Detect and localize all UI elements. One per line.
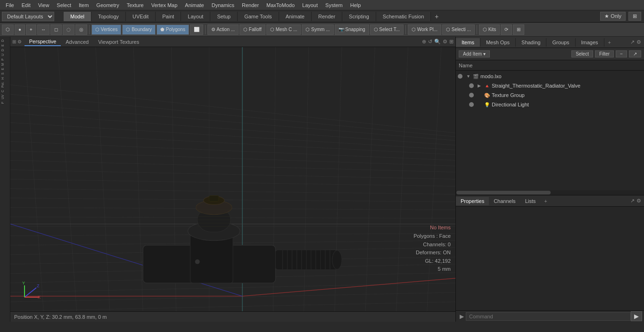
menu-file[interactable]: File bbox=[2, 1, 18, 9]
props-config-btn[interactable]: ⚙ bbox=[636, 198, 641, 204]
vis-dot-modo[interactable] bbox=[458, 74, 462, 79]
layout-star-only[interactable]: ★ Only bbox=[600, 12, 626, 21]
layout-tab-topology[interactable]: Topology bbox=[91, 12, 126, 21]
props-expand-btn[interactable]: ↗ bbox=[630, 198, 635, 204]
tool-transform[interactable]: ↔ bbox=[37, 24, 50, 35]
tool-polygons[interactable]: ⬟ Polygons bbox=[157, 24, 189, 35]
tool-select-ring[interactable]: ◎ bbox=[75, 24, 87, 35]
menu-render[interactable]: Render bbox=[238, 1, 263, 9]
menu-geometry[interactable]: Geometry bbox=[92, 1, 123, 9]
tree-item-texture[interactable]: 🎨 Texture Group bbox=[456, 90, 644, 100]
sidebar-btn-d2[interactable]: D bbox=[1, 48, 9, 52]
layout-tab-animate[interactable]: Animate bbox=[279, 12, 312, 21]
sidebar-btn-e2[interactable]: E bbox=[1, 67, 9, 71]
props-tab-lists[interactable]: Lists bbox=[520, 197, 541, 205]
items-expand-btn[interactable]: ↗ bbox=[629, 50, 641, 57]
layout-tab-scripting[interactable]: Scripting bbox=[342, 12, 376, 21]
viewport-canvas[interactable]: X Y Z No Items Polygons : Face Channels:… bbox=[10, 47, 455, 311]
panel-expand-btn[interactable]: ↗ bbox=[630, 39, 635, 45]
tree-item-light[interactable]: 💡 Directional Light bbox=[456, 100, 644, 109]
panel-tab-add[interactable]: + bbox=[604, 38, 615, 47]
vis-dot-light[interactable] bbox=[469, 102, 474, 107]
vp-icon-settings[interactable]: ⚙ bbox=[443, 39, 447, 45]
tool-rect[interactable]: ⬜ bbox=[190, 24, 203, 35]
menu-item[interactable]: Item bbox=[75, 1, 92, 9]
add-item-btn[interactable]: Add Item bbox=[459, 50, 490, 57]
tool-mesh[interactable]: ⬡ Mesh C ... bbox=[266, 24, 301, 35]
layout-tab-schematicfusion[interactable]: Schematic Fusion bbox=[376, 12, 431, 21]
sidebar-btn-d1[interactable]: D bbox=[1, 39, 9, 43]
sidebar-btn-u[interactable]: U bbox=[1, 53, 9, 57]
vis-dot-texture[interactable] bbox=[469, 93, 474, 97]
vis-dot-valve[interactable] bbox=[469, 83, 474, 88]
props-tab-add[interactable]: + bbox=[540, 197, 551, 205]
items-scrollbar[interactable] bbox=[456, 190, 644, 195]
panel-tab-images[interactable]: Images bbox=[576, 38, 604, 47]
tool-refresh[interactable]: ⟳ bbox=[501, 24, 512, 35]
menu-help[interactable]: Help bbox=[347, 1, 365, 9]
vp-icon-expand[interactable]: ⊞ bbox=[449, 39, 454, 45]
panel-tab-shading[interactable]: Shading bbox=[516, 38, 546, 47]
expand-modo[interactable]: ▼ bbox=[466, 74, 472, 79]
layout-tab-layout[interactable]: Layout bbox=[181, 12, 210, 21]
layout-tab-render[interactable]: Render bbox=[312, 12, 342, 21]
sidebar-btn-c[interactable]: C bbox=[1, 89, 9, 93]
menu-texture[interactable]: Texture bbox=[123, 1, 148, 9]
props-tab-properties[interactable]: Properties bbox=[456, 197, 489, 205]
layout-tab-model[interactable]: Model bbox=[64, 12, 91, 21]
sidebar-btn-m[interactable]: M bbox=[1, 62, 9, 67]
tool-falloff[interactable]: ⬡ Falloff bbox=[239, 24, 265, 35]
layout-expand[interactable]: ⊞ bbox=[628, 12, 641, 21]
cmd-run-btn[interactable]: ▶ bbox=[631, 311, 642, 321]
expand-valve[interactable]: ▶ bbox=[478, 83, 483, 88]
tool-select-lasso[interactable]: ◌ bbox=[63, 24, 74, 35]
menu-dynamics[interactable]: Dynamics bbox=[208, 1, 238, 9]
tree-item-valve[interactable]: ▶ 🔺 Straight_Thermostatic_Radiator_Valve bbox=[456, 81, 644, 90]
layout-tab-gametools[interactable]: Game Tools bbox=[238, 12, 279, 21]
menu-layout[interactable]: Layout bbox=[298, 1, 322, 9]
menu-maxtomodo[interactable]: MaxToModo bbox=[263, 1, 298, 9]
vp-icon-zoom[interactable]: 🔍 bbox=[434, 39, 441, 45]
panel-tab-groups[interactable]: Groups bbox=[546, 38, 575, 47]
menu-vertexmap[interactable]: Vertex Map bbox=[148, 1, 182, 9]
scroll-thumb[interactable] bbox=[456, 191, 551, 194]
vp-tab-textures[interactable]: Viewport Textures bbox=[93, 38, 144, 46]
sidebar-btn-p[interactable]: P bbox=[1, 57, 9, 62]
items-minus-btn[interactable]: − bbox=[616, 50, 627, 57]
tool-poly-mode[interactable]: ⬡ bbox=[2, 24, 14, 35]
layout-tab-paint[interactable]: Paint bbox=[156, 12, 181, 21]
panel-config-btn[interactable]: ⚙ bbox=[636, 39, 641, 45]
vp-icon-rotate[interactable]: ↺ bbox=[428, 39, 432, 45]
tool-workplane[interactable]: ⬡ Work Pl... bbox=[408, 24, 441, 35]
tool-boundary[interactable]: ⬡ Boundary bbox=[122, 24, 156, 35]
tool-cursor[interactable]: ⌖ bbox=[26, 24, 36, 35]
menu-view[interactable]: View bbox=[34, 1, 53, 9]
layout-tab-uvedit[interactable]: UVEdit bbox=[126, 12, 156, 21]
tool-expand[interactable]: ⊞ bbox=[513, 24, 524, 35]
tool-vertices[interactable]: ⬡ Vertices bbox=[91, 24, 121, 35]
vp-tab-advanced[interactable]: Advanced bbox=[61, 38, 93, 46]
menu-select[interactable]: Select bbox=[53, 1, 75, 9]
props-tab-channels[interactable]: Channels bbox=[489, 197, 520, 205]
tool-globe[interactable]: ● bbox=[15, 24, 25, 35]
layout-dropdown[interactable]: Default Layouts bbox=[2, 12, 54, 21]
sidebar-btn-s[interactable]: S bbox=[1, 72, 9, 76]
menu-animate[interactable]: Animate bbox=[181, 1, 207, 9]
command-input[interactable] bbox=[466, 312, 631, 321]
menu-edit[interactable]: Edit bbox=[18, 1, 34, 9]
tool-select-rect[interactable]: ◻ bbox=[50, 24, 62, 35]
vp-tab-perspective[interactable]: Perspective bbox=[25, 38, 61, 46]
tool-action[interactable]: ⚙ Action ... bbox=[207, 24, 239, 35]
sidebar-btn-h[interactable]: H bbox=[1, 76, 9, 81]
tool-selecti[interactable]: ⬡ Selecti ... bbox=[442, 24, 475, 35]
menu-system[interactable]: System bbox=[322, 1, 347, 9]
panel-tab-meshops[interactable]: Mesh Ops bbox=[480, 38, 516, 47]
vp-icon-move[interactable]: ⊕ bbox=[422, 39, 426, 45]
sidebar-btn-e[interactable]: E bbox=[1, 43, 9, 48]
tool-select-t[interactable]: ⬡ Select T... bbox=[370, 24, 404, 35]
items-select-btn[interactable]: Select bbox=[571, 50, 593, 57]
sidebar-btn-f[interactable]: F bbox=[1, 101, 9, 105]
tool-snapping[interactable]: 📷 Snapping bbox=[335, 24, 369, 35]
layout-tab-setup[interactable]: Setup bbox=[210, 12, 238, 21]
sidebar-btn-uv[interactable]: UV bbox=[1, 94, 9, 100]
